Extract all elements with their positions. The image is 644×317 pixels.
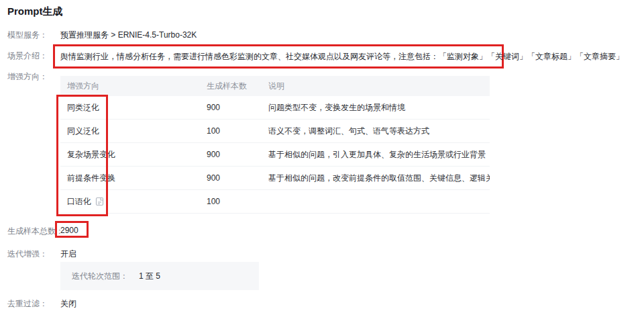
cell-count: 100 [207, 197, 268, 206]
col-header-desc: 说明 [268, 81, 490, 92]
cell-desc: 基于相似的问题，引入更加具体、复杂的生活场景或行业背景 [268, 149, 490, 161]
model-service-value: 预置推理服务 > ERNIE-4.5-Turbo-32K [60, 30, 197, 41]
iteration-range-panel: 迭代轮次范围： 1 至 5 [60, 262, 259, 290]
scene-intro-value: 舆情监测行业，情感分析任务，需要进行情感色彩监测的文章、社交媒体观点以及网友评论… [60, 51, 624, 62]
page-title: Prompt生成 [7, 5, 63, 18]
table-row: 同义泛化 100 语义不变，调整词汇、句式、语气等表达方式 [60, 120, 490, 143]
model-service-label: 模型服务： [7, 30, 48, 41]
table-row: 口语化 100 [60, 190, 490, 214]
iteration-range-value: 1 至 5 [139, 271, 160, 282]
total-samples-value: 2900 [60, 226, 78, 235]
cell-direction: 前提条件变换 [60, 173, 207, 184]
iterative-augment-label: 迭代增强： [7, 248, 48, 260]
highlight-box-scene-intro: 舆情监测行业，情感分析任务，需要进行情感色彩监测的文章、社交媒体观点以及网友评论… [53, 44, 504, 69]
table-row: 同类泛化 900 问题类型不变，变换发生的场景和情境 [60, 96, 490, 120]
iteration-range-label: 迭代轮次范围： [72, 271, 128, 282]
cell-count: 900 [207, 150, 268, 159]
col-header-count: 生成样本数 [207, 81, 268, 92]
dedup-filter-value: 关闭 [60, 298, 76, 310]
table-row: 复杂场景变化 900 基于相似的问题，引入更加具体、复杂的生活场景或行业背景 [60, 143, 490, 167]
document-icon[interactable] [95, 197, 104, 206]
cell-desc: 语义不变，调整词汇、句式、语气等表达方式 [268, 126, 490, 137]
cell-count: 100 [207, 126, 268, 136]
augment-direction-label: 增强方向： [7, 71, 48, 83]
prompt-generation-summary-page: Prompt生成 模型服务： 预置推理服务 > ERNIE-4.5-Turbo-… [0, 0, 644, 317]
cell-count: 900 [207, 173, 268, 183]
dedup-filter-label: 去重过滤： [7, 298, 48, 310]
col-header-direction: 增强方向 [60, 81, 207, 92]
cell-count: 900 [207, 103, 268, 112]
cell-direction: 复杂场景变化 [60, 149, 207, 161]
cell-desc: 问题类型不变，变换发生的场景和情境 [268, 102, 490, 114]
table-row: 前提条件变换 900 基于相似的问题，改变前提条件的取值范围、关键信息、逻辑关系… [60, 167, 490, 190]
cell-direction: 口语化 [67, 196, 91, 208]
scene-intro-label: 场景介绍： [7, 50, 48, 62]
cell-direction: 同义泛化 [60, 126, 207, 137]
augment-direction-table: 增强方向 生成样本数 说明 同类泛化 900 问题类型不变，变换发生的场景和情境… [60, 76, 490, 214]
table-header-row: 增强方向 生成样本数 说明 [60, 76, 490, 96]
cell-desc: 基于相似的问题，改变前提条件的取值范围、关键信息、逻辑关系等 [268, 173, 490, 184]
total-samples-label: 生成样本总数： [7, 226, 64, 237]
iterative-augment-value: 开启 [60, 248, 76, 260]
cell-direction: 同类泛化 [60, 102, 207, 114]
